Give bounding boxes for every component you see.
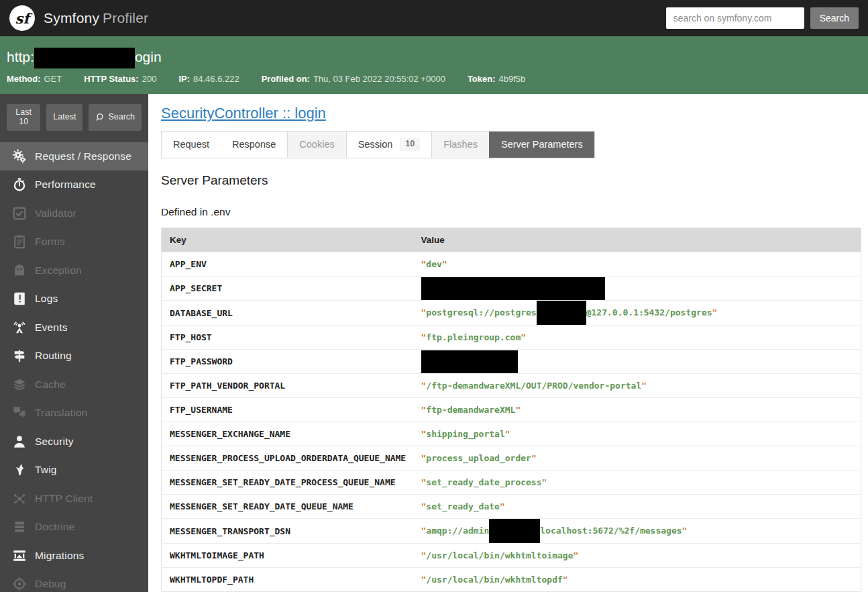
stopwatch-icon xyxy=(10,177,28,193)
controller-link[interactable]: SecurityController :: login xyxy=(161,105,326,121)
meta-value: Thu, 03 Feb 2022 20:55:02 +0000 xyxy=(313,74,445,84)
ghost-icon xyxy=(10,262,28,279)
column-header-value: Value xyxy=(413,228,861,252)
param-value-text: set_ready_date_process xyxy=(426,477,541,487)
tab-session[interactable]: Session10 xyxy=(346,132,432,158)
profiler-sidebar: Last 10LatestSearch Request / ResponsePe… xyxy=(0,94,148,592)
database-icon xyxy=(10,519,28,535)
param-value-text: localhost:5672/%2f/messages xyxy=(540,526,682,536)
request-meta: Method:GETHTTP Status:200IP:84.46.6.222P… xyxy=(7,74,861,84)
request-url: http:ogin xyxy=(7,46,861,68)
symfony-logo-icon: sf xyxy=(9,5,35,31)
param-value: "postgresql://postgres@127.0.0.1:5432/po… xyxy=(413,301,861,326)
sidebar-item-request-response[interactable]: Request / Response xyxy=(0,142,148,171)
meta-label: IP: xyxy=(178,74,190,84)
param-value: "ftp.pleingroup.com" xyxy=(413,326,861,350)
quote-mark: " xyxy=(521,332,526,342)
meta-label: HTTP Status: xyxy=(84,74,138,84)
param-value: "process_upload_order" xyxy=(413,446,861,471)
param-key: FTP_PASSWORD xyxy=(162,350,413,374)
request-meta-item: IP:84.46.6.222 xyxy=(178,74,239,84)
shortcut-label: Last 10 xyxy=(13,108,34,127)
param-value-text: /usr/local/bin/wkhtmltoimage xyxy=(426,550,573,560)
person-icon xyxy=(10,434,28,450)
param-value-text: /usr/local/bin/wkhtmltopdf xyxy=(426,575,563,585)
sidebar-item-migrations[interactable]: Migrations xyxy=(0,542,148,571)
sidebar-item-performance[interactable]: Performance xyxy=(0,170,148,199)
redaction-box xyxy=(421,350,518,373)
sidebar-item-translation: Translation xyxy=(0,399,148,428)
param-value: "set_ready_date" xyxy=(413,495,861,519)
sidebar-item-twig[interactable]: Twig xyxy=(0,456,148,485)
sidebar-item-forms: Forms xyxy=(0,228,148,256)
sidebar-item-events[interactable]: Events xyxy=(0,313,148,342)
param-key: MESSENGER_SET_READY_DATE_PROCESS_QUEUE_N… xyxy=(162,471,413,495)
tab-response[interactable]: Response xyxy=(221,132,287,158)
meta-value: 4b9f5b xyxy=(499,74,526,84)
tab-server-parameters[interactable]: Server Parameters xyxy=(489,132,594,158)
request-summary-bar: http:ogin Method:GETHTTP Status:200IP:84… xyxy=(0,36,868,94)
tab-label: Flashes xyxy=(443,139,478,150)
page-title: SecurityController :: login xyxy=(161,105,861,122)
request-meta-item: Token:4b9f5b xyxy=(468,74,525,84)
sidebar-item-label: HTTP Client xyxy=(35,493,93,505)
log-book-icon xyxy=(10,291,28,307)
app-title: SymfonyProfiler xyxy=(44,10,148,26)
table-row: DATABASE_URL"postgresql://postgres@127.0… xyxy=(162,301,861,326)
target-icon xyxy=(10,576,28,592)
layers-icon xyxy=(10,377,28,393)
sidebar-item-debug: Debug xyxy=(0,570,148,592)
migrations-bridge-icon xyxy=(10,548,28,564)
shortcut-label: Search xyxy=(108,113,135,122)
param-value xyxy=(413,350,861,374)
brand-suffix: Profiler xyxy=(103,10,148,26)
sidebar-item-validator: Validator xyxy=(0,199,148,228)
table-row: FTP_USERNAME"ftp-demandwareXML" xyxy=(162,398,861,422)
table-row: MESSENGER_PROCESS_UPLOAD_ORDERDATA_QUEUE… xyxy=(162,446,861,471)
sidebar-item-label: Request / Response xyxy=(35,150,131,162)
param-value: "dev" xyxy=(413,252,861,277)
param-value-text: ftp-demandwareXML xyxy=(426,405,515,415)
meta-value: GET xyxy=(44,74,62,84)
tab-badge: 10 xyxy=(400,138,420,151)
quote-mark: " xyxy=(563,575,568,585)
tab-flashes: Flashes xyxy=(431,132,489,158)
tab-label: Session xyxy=(358,139,393,150)
param-value-text: amqp://admin xyxy=(426,526,489,536)
sidebar-item-label: Logs xyxy=(35,293,58,305)
param-key: WKHTMLTOPDF_PATH xyxy=(162,568,413,592)
sidebar-item-routing[interactable]: Routing xyxy=(0,342,148,371)
search-button[interactable]: Search xyxy=(810,7,859,29)
meta-label: Profiled on: xyxy=(262,74,310,84)
quote-mark: " xyxy=(641,381,647,391)
table-row: WKHTMLTOIMAGE_PATH"/usr/local/bin/wkhtml… xyxy=(162,544,861,568)
shortcut-label: Latest xyxy=(53,113,76,122)
topbar-search: Search xyxy=(666,7,859,29)
redaction-box xyxy=(421,277,605,300)
sidebar-item-label: Events xyxy=(35,322,68,334)
request-meta-item: HTTP Status:200 xyxy=(84,74,156,84)
shortcut-last-10-button[interactable]: Last 10 xyxy=(7,104,40,131)
sidebar-item-logs[interactable]: Logs xyxy=(0,285,148,313)
param-value: "amqp://adminlocalhost:5672/%2f/messages… xyxy=(413,519,861,544)
shortcut-search-button[interactable]: Search xyxy=(89,104,142,131)
param-key: APP_SECRET xyxy=(162,277,413,301)
sidebar-item-security[interactable]: Security xyxy=(0,428,148,456)
sidebar-item-label: Doctrine xyxy=(35,521,74,533)
shortcut-latest-button[interactable]: Latest xyxy=(46,104,83,131)
table-header: KeyValue xyxy=(162,228,861,252)
sidebar-shortcuts: Last 10LatestSearch xyxy=(0,94,148,131)
server-parameters-table: KeyValue APP_ENV"dev"APP_SECRETDATABASE_… xyxy=(161,228,861,592)
network-icon xyxy=(10,491,28,507)
table-body: APP_ENV"dev"APP_SECRETDATABASE_URL"postg… xyxy=(162,252,861,592)
section-title: Server Parameters xyxy=(161,173,861,188)
param-key: DATABASE_URL xyxy=(162,301,413,326)
table-row: FTP_PATH_VENDOR_PORTAL"/ftp-demandwareXM… xyxy=(162,374,861,398)
redaction-box xyxy=(489,519,540,543)
tab-request[interactable]: Request xyxy=(162,132,221,158)
signpost-icon xyxy=(10,348,28,364)
quote-mark: " xyxy=(542,477,547,487)
search-input[interactable] xyxy=(666,7,804,29)
param-value: "/ftp-demandwareXML/OUT/PROD/vendor-port… xyxy=(413,374,861,398)
table-row: MESSENGER_EXCHANGE_NAME"shipping_portal" xyxy=(162,422,861,446)
